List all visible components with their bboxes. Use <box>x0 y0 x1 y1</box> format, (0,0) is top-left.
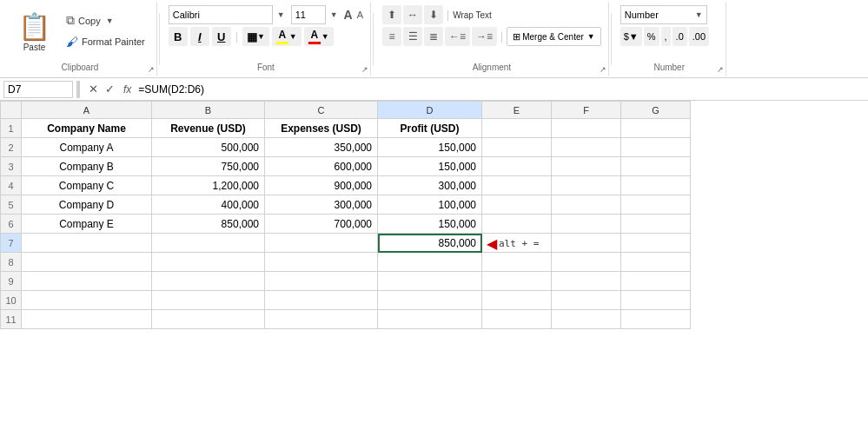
cell-7-F[interactable] <box>552 234 621 253</box>
cell-8-B[interactable] <box>152 253 265 272</box>
cell-2-G[interactable] <box>621 138 691 157</box>
col-header-g[interactable]: G <box>621 102 691 119</box>
highlight-dropdown[interactable]: ▼ <box>289 32 297 41</box>
italic-button[interactable]: I <box>190 27 209 46</box>
number-format-box[interactable]: Number ▼ <box>620 5 707 24</box>
cell-9-A[interactable] <box>22 272 152 291</box>
cell-reference-box[interactable]: D7 <box>3 81 73 98</box>
increase-decimal-button[interactable]: .00 <box>689 27 709 46</box>
cell-1-F[interactable] <box>552 119 621 138</box>
cell-10-C[interactable] <box>265 291 378 310</box>
cell-6-F[interactable] <box>552 215 621 234</box>
cell-11-G[interactable] <box>621 310 691 329</box>
font-name-dropdown[interactable]: ▼ <box>277 10 285 19</box>
font-name-box[interactable]: Calibri <box>169 5 273 24</box>
cell-3-G[interactable] <box>621 157 691 176</box>
cell-7-C[interactable] <box>265 234 378 253</box>
cell-8-A[interactable] <box>22 253 152 272</box>
cell-8-D[interactable] <box>378 253 482 272</box>
cell-1-C[interactable]: Expenses (USD) <box>265 119 378 138</box>
cell-6-C[interactable]: 700,000 <box>265 215 378 234</box>
cell-6-B[interactable]: 850,000 <box>152 215 265 234</box>
cell-8-E[interactable] <box>482 253 552 272</box>
cell-5-D[interactable]: 100,000 <box>378 195 482 215</box>
cell-5-G[interactable] <box>621 195 691 215</box>
decrease-indent-button[interactable]: ←≡ <box>445 27 470 46</box>
row-number-7[interactable]: 7 <box>1 234 22 253</box>
cell-2-A[interactable]: Company A <box>22 138 152 157</box>
cell-9-C[interactable] <box>265 272 378 291</box>
cell-4-F[interactable] <box>552 176 621 195</box>
cell-9-F[interactable] <box>552 272 621 291</box>
alignment-expand-icon[interactable]: ↗ <box>600 65 606 74</box>
increase-indent-button[interactable]: →≡ <box>472 27 497 46</box>
cell-6-D[interactable]: 150,000 <box>378 215 482 234</box>
cell-10-A[interactable] <box>22 291 152 310</box>
cell-11-B[interactable] <box>152 310 265 329</box>
cell-2-D[interactable]: 150,000 <box>378 138 482 157</box>
format-painter-button[interactable]: 🖌 Format Painter <box>62 32 149 51</box>
cancel-formula-icon[interactable]: ✕ <box>87 81 100 97</box>
paste-button[interactable]: 📋 Paste <box>10 7 58 56</box>
cell-11-E[interactable] <box>482 310 552 329</box>
col-header-d[interactable]: D <box>378 102 482 119</box>
increase-font-icon[interactable]: A <box>344 8 353 22</box>
cell-9-B[interactable] <box>152 272 265 291</box>
row-number-2[interactable]: 2 <box>1 138 22 157</box>
row-number-4[interactable]: 4 <box>1 176 22 195</box>
copy-button[interactable]: ⧉ Copy ▼ <box>62 10 149 30</box>
cell-3-D[interactable]: 150,000 <box>378 157 482 176</box>
cell-5-B[interactable]: 400,000 <box>152 195 265 215</box>
align-center-button[interactable]: ☰ <box>403 27 422 46</box>
col-header-e[interactable]: E <box>482 102 552 119</box>
font-size-dropdown[interactable]: ▼ <box>330 10 338 19</box>
font-size-box[interactable]: 11 <box>291 5 326 24</box>
cell-10-E[interactable] <box>482 291 552 310</box>
col-header-b[interactable]: B <box>152 102 265 119</box>
bold-button[interactable]: B <box>169 27 188 46</box>
cell-9-D[interactable] <box>378 272 482 291</box>
row-number-8[interactable]: 8 <box>1 253 22 272</box>
cell-4-B[interactable]: 1,200,000 <box>152 176 265 195</box>
cell-10-F[interactable] <box>552 291 621 310</box>
cell-8-G[interactable] <box>621 253 691 272</box>
align-right-button[interactable]: ≣ <box>424 27 443 46</box>
col-header-a[interactable]: A <box>22 102 152 119</box>
clipboard-expand-icon[interactable]: ↗ <box>148 65 155 74</box>
cell-11-D[interactable] <box>378 310 482 329</box>
font-color-button[interactable]: A ▼ <box>304 27 334 46</box>
cell-5-F[interactable] <box>552 195 621 215</box>
cell-1-G[interactable] <box>621 119 691 138</box>
cell-7-D[interactable]: 850,000 <box>378 234 482 253</box>
cell-1-E[interactable] <box>482 119 552 138</box>
cell-11-F[interactable] <box>552 310 621 329</box>
align-bottom-button[interactable]: ⬇ <box>424 5 443 24</box>
cell-11-C[interactable] <box>265 310 378 329</box>
row-number-10[interactable]: 10 <box>1 291 22 310</box>
cell-8-C[interactable] <box>265 253 378 272</box>
currency-button[interactable]: $▼ <box>620 27 642 46</box>
number-expand-icon[interactable]: ↗ <box>717 65 724 74</box>
cell-10-G[interactable] <box>621 291 691 310</box>
decrease-decimal-button[interactable]: .0 <box>673 27 687 46</box>
cell-3-E[interactable] <box>482 157 552 176</box>
row-number-1[interactable]: 1 <box>1 119 22 138</box>
cell-9-G[interactable] <box>621 272 691 291</box>
cell-4-C[interactable]: 900,000 <box>265 176 378 195</box>
highlight-button[interactable]: A ▼ <box>272 27 301 46</box>
decrease-font-icon[interactable]: A <box>357 10 363 20</box>
cell-4-G[interactable] <box>621 176 691 195</box>
cell-1-A[interactable]: Company Name <box>22 119 152 138</box>
cell-4-D[interactable]: 300,000 <box>378 176 482 195</box>
merge-center-button[interactable]: ⊞ Merge & Center ▼ <box>507 27 601 46</box>
font-color-dropdown[interactable]: ▼ <box>321 32 329 41</box>
cell-7-B[interactable] <box>152 234 265 253</box>
cell-2-C[interactable]: 350,000 <box>265 138 378 157</box>
row-number-3[interactable]: 3 <box>1 157 22 176</box>
merge-dropdown[interactable]: ▼ <box>587 32 595 41</box>
cell-7-A[interactable] <box>22 234 152 253</box>
col-header-c[interactable]: C <box>265 102 378 119</box>
cell-5-E[interactable] <box>482 195 552 215</box>
row-number-6[interactable]: 6 <box>1 215 22 234</box>
cell-6-E[interactable] <box>482 215 552 234</box>
